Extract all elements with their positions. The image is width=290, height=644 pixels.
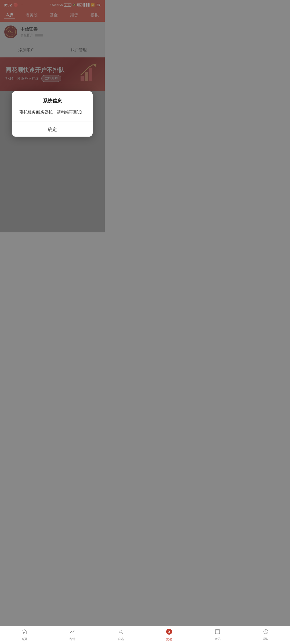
dialog-title: 系统信息 — [12, 91, 93, 108]
dialog-confirm-button[interactable]: 确定 — [12, 122, 93, 137]
dialog-body: [委托服务]服务器忙，请稍候再重试! — [12, 108, 93, 122]
system-dialog: 系统信息 [委托服务]服务器忙，请稍候再重试! 确定 — [12, 91, 93, 137]
